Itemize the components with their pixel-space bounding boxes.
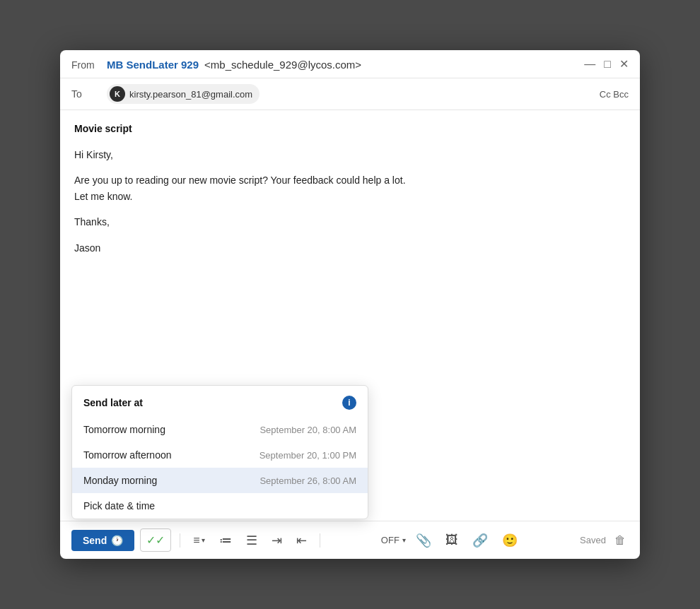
recipient-chip[interactable]: K kirsty.pearson_81@gmail.com xyxy=(107,84,259,104)
window-controls: — □ ✕ xyxy=(584,59,629,70)
off-label: OFF xyxy=(381,535,399,545)
body-content: Are you up to reading our new movie scri… xyxy=(74,172,626,204)
unordered-list-button[interactable]: ≔ xyxy=(215,530,236,551)
trash-icon: 🗑 xyxy=(614,534,626,546)
option-label: Tomorrow morning xyxy=(83,424,165,435)
chevron-down-icon: ▾ xyxy=(202,536,205,544)
option-tomorrow-afternoon[interactable]: Tomorrow afternoon September 20, 1:00 PM xyxy=(72,442,368,468)
cc-bcc-button[interactable]: Cc Bcc xyxy=(600,89,629,100)
outdent-button[interactable]: ⇤ xyxy=(292,530,311,551)
delete-button[interactable]: 🗑 xyxy=(612,531,629,550)
option-time: September 20, 8:00 AM xyxy=(259,425,356,435)
compose-window: From MB SendLater 929 <mb_schedule_929@l… xyxy=(60,50,640,559)
align-icon: ≡ xyxy=(193,534,199,547)
chevron-down-icon: ▾ xyxy=(402,536,406,544)
option-monday-morning[interactable]: Monday morning September 26, 8:00 AM xyxy=(72,468,368,493)
attachment-button[interactable]: 📎 xyxy=(412,530,436,551)
option-time: September 26, 8:00 AM xyxy=(259,475,356,486)
email-body[interactable]: Hi Kirsty, Are you up to reading our new… xyxy=(74,147,626,256)
recipient-email: kirsty.pearson_81@gmail.com xyxy=(129,89,252,100)
avatar: K xyxy=(110,86,125,102)
to-label: To xyxy=(71,88,100,100)
body-greeting: Hi Kirsty, xyxy=(74,147,626,162)
body-signature: Jason xyxy=(74,240,626,256)
indent-button[interactable]: ⇥ xyxy=(267,530,286,551)
title-bar: From MB SendLater 929 <mb_schedule_929@l… xyxy=(60,50,640,78)
send-button[interactable]: Send 🕐 xyxy=(71,530,134,551)
off-toggle[interactable]: OFF ▾ xyxy=(381,535,406,545)
option-label: Tomorrow afternoon xyxy=(83,449,172,461)
unordered-list-icon: ≔ xyxy=(219,533,232,548)
saved-label: Saved xyxy=(580,535,606,545)
ordered-list-button[interactable]: ☰ xyxy=(242,530,262,551)
pick-date-label: Pick date & time xyxy=(83,500,155,512)
text-align-button[interactable]: ≡ ▾ xyxy=(189,531,209,550)
option-time: September 20, 1:00 PM xyxy=(259,450,356,461)
ordered-list-icon: ☰ xyxy=(246,533,257,548)
toolbar-separator-2 xyxy=(320,533,320,548)
emoji-button[interactable]: 🙂 xyxy=(498,530,522,551)
option-label: Monday morning xyxy=(83,475,157,486)
link-icon: 🔗 xyxy=(472,533,488,548)
emoji-icon: 🙂 xyxy=(502,533,518,548)
paperclip-icon: 📎 xyxy=(416,533,431,548)
to-bar: To K kirsty.pearson_81@gmail.com Cc Bcc xyxy=(60,78,640,110)
body-thanks: Thanks, xyxy=(74,214,626,230)
option-tomorrow-morning[interactable]: Tomorrow morning September 20, 8:00 AM xyxy=(72,417,368,442)
dropdown-header: Send later at i xyxy=(72,386,368,417)
minimize-button[interactable]: — xyxy=(584,59,595,70)
image-button[interactable]: 🖼 xyxy=(441,530,462,550)
maximize-button[interactable]: □ xyxy=(604,59,611,70)
image-icon: 🖼 xyxy=(445,533,458,548)
send-later-dropdown: Send later at i Tomorrow morning Septemb… xyxy=(71,385,368,519)
toolbar: Send 🕐 ✓✓ ≡ ▾ ≔ ☰ ⇥ ⇤ OFF ▾ 📎 xyxy=(60,521,640,559)
checkmark-icon: ✓✓ xyxy=(146,534,165,546)
close-button[interactable]: ✕ xyxy=(619,59,629,70)
pick-date-option[interactable]: Pick date & time xyxy=(72,493,368,519)
check-button[interactable]: ✓✓ xyxy=(140,528,171,552)
sender-email: <mb_schedule_929@lycos.com> xyxy=(204,59,361,71)
send-label: Send xyxy=(83,535,107,546)
indent-icon: ⇥ xyxy=(272,533,282,548)
sender-name: MB SendLater 929 xyxy=(107,59,199,71)
from-label: From xyxy=(71,59,100,71)
info-icon[interactable]: i xyxy=(342,396,356,410)
send-later-title: Send later at xyxy=(83,397,143,408)
subject-line: Movie script xyxy=(74,123,626,134)
toolbar-separator-1 xyxy=(180,533,180,548)
clock-icon: 🕐 xyxy=(111,535,123,546)
outdent-icon: ⇤ xyxy=(296,533,307,548)
link-button[interactable]: 🔗 xyxy=(468,530,492,551)
